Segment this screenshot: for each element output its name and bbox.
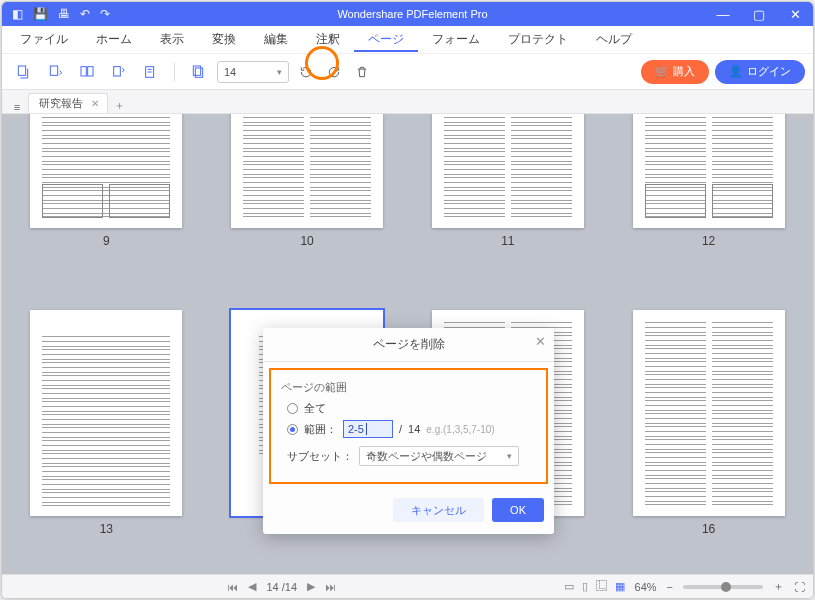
separator: [174, 63, 175, 81]
more-page-icon[interactable]: [185, 59, 211, 85]
dialog-close-icon[interactable]: ✕: [535, 334, 546, 349]
view-thumbnail-icon[interactable]: ▦: [615, 580, 625, 593]
total-pages-label: 14: [408, 423, 420, 435]
insert-page-icon[interactable]: [10, 59, 36, 85]
new-tab-icon[interactable]: ＋: [110, 98, 128, 113]
zoom-in-icon[interactable]: ＋: [773, 579, 784, 594]
close-button[interactable]: ✕: [777, 7, 813, 22]
range-separator: /: [399, 423, 402, 435]
zoom-out-icon[interactable]: −: [667, 581, 673, 593]
subset-label: サブセット：: [287, 449, 353, 464]
menu-comment[interactable]: 注釈: [302, 27, 354, 52]
svg-rect-7: [195, 68, 202, 77]
page-number-label: 16: [702, 522, 715, 536]
range-input[interactable]: 2-5: [343, 420, 393, 438]
menu-page[interactable]: ページ: [354, 27, 418, 52]
thumbnail-workspace: 9 10 11 12 13 14: [2, 114, 813, 574]
rotate-left-icon[interactable]: [295, 61, 317, 83]
menu-convert[interactable]: 変換: [198, 27, 250, 52]
rotate-right-icon[interactable]: [323, 61, 345, 83]
radio-all-label: 全て: [304, 401, 326, 416]
app-title: Wondershare PDFelement Pro: [120, 8, 705, 20]
page-number-label: 9: [103, 234, 110, 248]
page-thumb-16[interactable]: 16: [622, 310, 795, 574]
maximize-button[interactable]: ▢: [741, 7, 777, 22]
page-number-label: 13: [100, 522, 113, 536]
radio-range-label: 範囲：: [304, 422, 337, 437]
page-indicator: 14 /14: [266, 581, 297, 593]
svg-rect-2: [81, 66, 86, 75]
range-hint: e.g.(1,3,5,7-10): [426, 424, 494, 435]
zoom-level: 64%: [635, 581, 657, 593]
print-icon[interactable]: 🖶: [58, 7, 70, 21]
svg-rect-6: [193, 66, 200, 75]
minimize-button[interactable]: —: [705, 7, 741, 22]
page-label-icon[interactable]: [138, 59, 164, 85]
replace-page-icon[interactable]: [106, 59, 132, 85]
page-number-label: 12: [702, 234, 715, 248]
delete-pages-dialog: ページを削除 ✕ ページの範囲 全て 範囲： 2-5 / 14 e.g.(1,3…: [263, 328, 554, 534]
menu-help[interactable]: ヘルプ: [582, 27, 646, 52]
view-continuous-icon[interactable]: ▯: [582, 580, 588, 593]
status-bar: ⏮ ◀ 14 /14 ▶ ⏭ ▭ ▯ ⿺ ▦ 64% − ＋ ⛶: [2, 574, 813, 598]
view-single-icon[interactable]: ▭: [564, 580, 574, 593]
menu-edit[interactable]: 編集: [250, 27, 302, 52]
cancel-button[interactable]: キャンセル: [393, 498, 484, 522]
menu-bar: ファイル ホーム 表示 変換 編集 注釈 ページ フォーム プロテクト ヘルプ: [2, 26, 813, 54]
radio-all-pages[interactable]: [287, 403, 298, 414]
menu-view[interactable]: 表示: [146, 27, 198, 52]
split-page-icon[interactable]: [74, 59, 100, 85]
page-number-label: 11: [501, 234, 514, 248]
svg-rect-0: [18, 66, 25, 75]
page-range-group-label: ページの範囲: [281, 380, 536, 395]
subset-dropdown[interactable]: 奇数ページや偶数ページ: [359, 446, 519, 466]
svg-rect-1: [50, 66, 57, 75]
zoom-slider[interactable]: [683, 585, 763, 589]
prev-page-icon[interactable]: ◀: [248, 580, 256, 593]
document-tab[interactable]: 研究報告 ✕: [28, 93, 108, 113]
next-page-icon[interactable]: ▶: [307, 580, 315, 593]
radio-range[interactable]: [287, 424, 298, 435]
page-thumb-11[interactable]: 11: [422, 114, 595, 286]
dialog-title: ページを削除 ✕: [263, 328, 554, 362]
close-tab-icon[interactable]: ✕: [91, 98, 99, 109]
app-menu-icon[interactable]: ◧: [12, 7, 23, 21]
menu-home[interactable]: ホーム: [82, 27, 146, 52]
login-button[interactable]: 👤 ログイン: [715, 60, 805, 84]
buy-button[interactable]: 🛒 購入: [641, 60, 709, 84]
page-thumb-13[interactable]: 13: [20, 310, 193, 574]
last-page-icon[interactable]: ⏭: [325, 581, 336, 593]
delete-page-icon[interactable]: [351, 61, 373, 83]
ok-button[interactable]: OK: [492, 498, 544, 522]
menu-file[interactable]: ファイル: [6, 27, 82, 52]
menu-protect[interactable]: プロテクト: [494, 27, 582, 52]
svg-rect-4: [114, 66, 121, 75]
page-thumb-10[interactable]: 10: [221, 114, 394, 286]
view-two-page-icon[interactable]: ⿺: [596, 580, 607, 593]
redo-icon[interactable]: ↷: [100, 7, 110, 21]
undo-icon[interactable]: ↶: [80, 7, 90, 21]
document-tab-label: 研究報告: [39, 96, 83, 111]
tab-list-icon[interactable]: ≡: [8, 101, 26, 113]
page-number-label: 10: [300, 234, 313, 248]
first-page-icon[interactable]: ⏮: [227, 581, 238, 593]
fullscreen-icon[interactable]: ⛶: [794, 581, 805, 593]
page-thumb-9[interactable]: 9: [20, 114, 193, 286]
page-thumb-12[interactable]: 12: [622, 114, 795, 286]
menu-form[interactable]: フォーム: [418, 27, 494, 52]
title-bar: ◧ 💾 🖶 ↶ ↷ Wondershare PDFelement Pro — ▢…: [2, 2, 813, 26]
page-toolbar: 14 🛒 購入 👤 ログイン: [2, 54, 813, 90]
extract-page-icon[interactable]: [42, 59, 68, 85]
save-icon[interactable]: 💾: [33, 7, 48, 21]
document-tab-bar: ≡ 研究報告 ✕ ＋: [2, 90, 813, 114]
page-select-dropdown[interactable]: 14: [217, 61, 289, 83]
svg-rect-3: [88, 66, 93, 75]
